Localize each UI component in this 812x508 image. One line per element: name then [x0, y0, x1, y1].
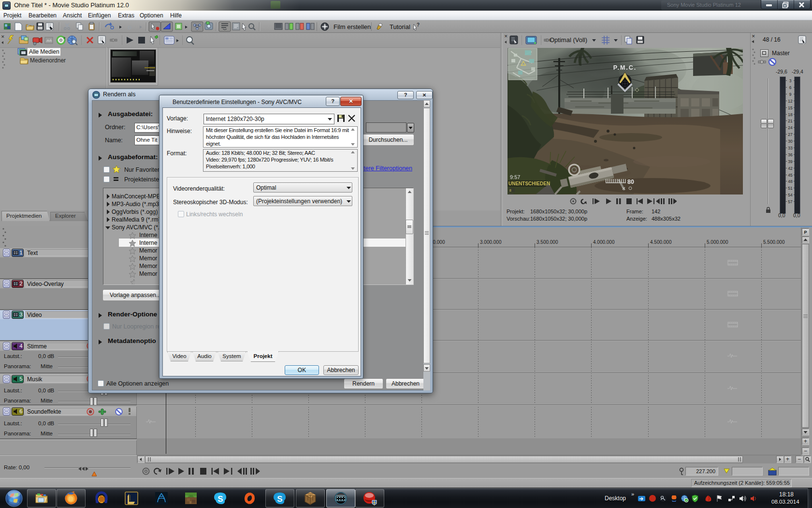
svg-text:9:57: 9:57: [510, 174, 520, 180]
svg-text:8: 8: [509, 189, 511, 192]
svg-text:Optimal (Voll): Optimal (Voll): [550, 36, 587, 44]
svg-text:80: 80: [627, 179, 634, 185]
svg-text:S: S: [218, 494, 223, 504]
svg-text:P.M.C.: P.M.C.: [613, 64, 637, 71]
svg-text:UNENTSCHIEDEN: UNENTSCHIEDEN: [508, 181, 550, 186]
svg-text:✕: ✕: [504, 34, 508, 39]
svg-text:?: ?: [417, 22, 420, 28]
svg-text:✕: ✕: [1, 34, 5, 39]
svg-text:Tutorial: Tutorial: [390, 23, 410, 30]
svg-text:Film erstellen: Film erstellen: [334, 23, 371, 30]
svg-text:S: S: [277, 494, 282, 504]
